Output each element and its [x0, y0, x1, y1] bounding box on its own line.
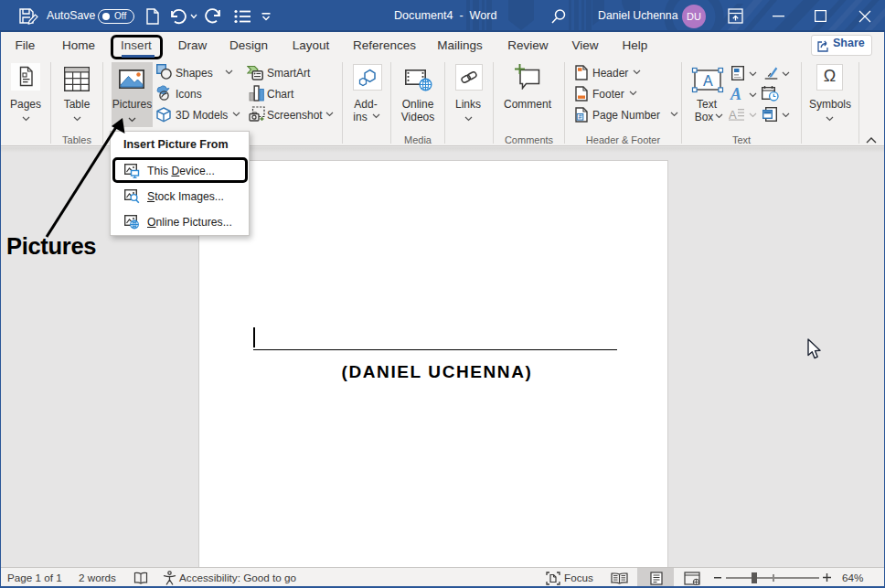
svg-text:A: A: [729, 108, 737, 122]
svg-text:A: A: [703, 73, 713, 89]
svg-text:A: A: [730, 86, 741, 102]
